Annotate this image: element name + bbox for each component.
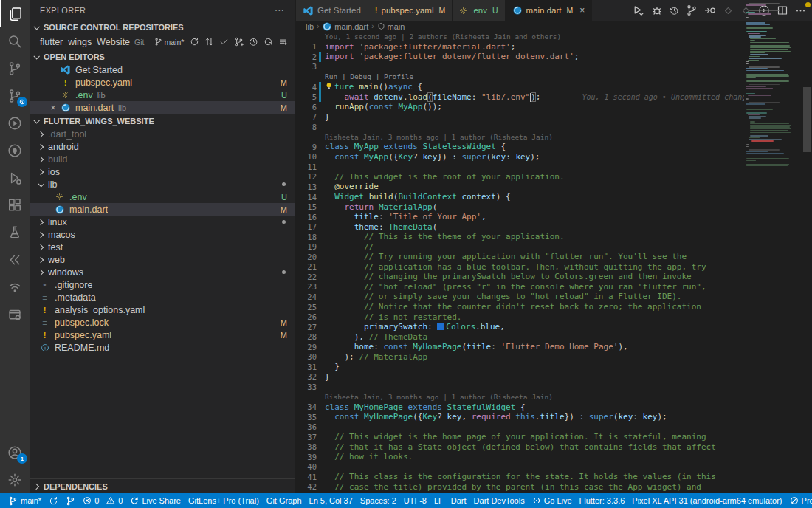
tab--env[interactable]: .envU	[453, 0, 505, 21]
status-device-selector[interactable]: Pixel XL API 31 (android-arm64 emulator)	[628, 493, 785, 508]
tree-item-analysis-options-yaml[interactable]: !analysis_options.yaml	[30, 303, 295, 316]
history-icon[interactable]	[670, 6, 679, 16]
run-dropdown-icon[interactable]	[632, 4, 644, 17]
activity-run-and-debug-icon[interactable]	[0, 109, 30, 137]
repo-actions	[190, 36, 295, 47]
tree-item--gitignore[interactable]: ●.gitignore	[30, 278, 295, 291]
modified-dot	[282, 182, 286, 186]
sidebar-title-row: EXPLORER ⋯	[30, 0, 295, 20]
close-icon[interactable]: ×	[579, 5, 585, 16]
code-line-35: 35 const MyHomePage({Key? key, required …	[296, 412, 744, 422]
tree-item-build[interactable]: build	[30, 153, 295, 165]
status-warnings[interactable]: 0	[103, 493, 126, 508]
tree-item-web[interactable]: web	[30, 253, 295, 266]
open-editor-pubspec-yaml[interactable]: !pubspec.yamlM	[30, 76, 295, 89]
sync-icon[interactable]	[190, 37, 199, 47]
open-editor-main-dart[interactable]: ×main.dartlibM	[30, 101, 295, 114]
tree-item-ios[interactable]: ios	[30, 165, 295, 178]
tab-git-badge: M	[438, 6, 445, 15]
activity-project-manager-icon[interactable]	[0, 301, 30, 328]
scrollbar-thumb[interactable]	[803, 87, 811, 152]
line-number: 26	[296, 312, 317, 321]
close-icon[interactable]: ×	[47, 103, 59, 113]
activity-explorer-icon[interactable]	[0, 0, 30, 27]
refresh-icon[interactable]	[264, 37, 273, 47]
status-gitlens-compare[interactable]	[62, 493, 79, 508]
status-errors[interactable]: 0	[79, 493, 103, 508]
tree-item-main-dart[interactable]: main.dartM	[30, 203, 295, 216]
repo-branch[interactable]: main*	[154, 38, 184, 47]
tree-item-android[interactable]: android	[30, 140, 295, 153]
activity-settings-icon[interactable]	[0, 466, 30, 493]
section-source-control-repositories[interactable]: SOURCE CONTROL REPOSITORIES	[30, 20, 295, 34]
branch-plus-icon[interactable]	[234, 37, 244, 47]
chevron-down-icon	[38, 181, 44, 187]
tree-item-linux[interactable]: linux	[30, 216, 295, 228]
status-branch-indicator[interactable]: main*	[4, 493, 45, 508]
more-icon[interactable]	[293, 36, 295, 47]
scrollbar[interactable]	[802, 0, 812, 493]
sidebar-more-actions-icon[interactable]: ⋯	[275, 4, 284, 16]
status-flutter-version[interactable]: Flutter: 3.3.6	[576, 493, 629, 508]
activity-github-icon[interactable]	[0, 137, 30, 164]
open-changes-icon[interactable]	[704, 4, 716, 16]
activity-test-flask-icon[interactable]	[0, 219, 30, 246]
stash-icon[interactable]	[278, 37, 288, 47]
breadcrumb-lib[interactable]: lib	[306, 22, 314, 31]
tab-main-dart[interactable]: main.dartM×	[506, 0, 593, 21]
history-icon[interactable]	[249, 37, 258, 47]
tree-item-pubspec-lock[interactable]: ≡pubspec.lockM	[30, 316, 295, 329]
activity-search-icon[interactable]	[0, 27, 30, 55]
tree-item-pubspec-yaml[interactable]: !pubspec.yamlM	[30, 329, 295, 341]
tree-item-windows[interactable]: windows	[30, 266, 295, 278]
compare-icon[interactable]	[204, 37, 214, 47]
codelens-run-debug-profile[interactable]: Run | Debug | Profile	[321, 72, 413, 80]
status-language-mode[interactable]: Dart	[447, 493, 470, 508]
status-go-live[interactable]: Go Live	[529, 493, 576, 508]
code-line-14: 14 Widget build(BuildContext context) {	[296, 192, 744, 202]
activity-accounts-icon[interactable]: 1	[0, 439, 30, 466]
status-live-share[interactable]: Live Share	[126, 493, 185, 508]
status-encoding[interactable]: UTF-8	[400, 493, 430, 508]
open-editor--env[interactable]: .envlibU	[30, 89, 295, 101]
tree-item-readme-md[interactable]: README.md	[30, 341, 295, 354]
code-editor[interactable]: You, 1 second ago | 2 authors (Risheeta …	[296, 32, 744, 493]
open-editor-get-started[interactable]: Get Started	[30, 64, 295, 76]
status-prettier[interactable]: Prettier	[786, 493, 812, 508]
tree-item-test[interactable]: test	[30, 241, 295, 253]
activity-flutter-snippets-icon[interactable]	[0, 246, 30, 273]
check-icon[interactable]	[219, 37, 229, 47]
activity-gitlens-icon[interactable]	[0, 82, 30, 109]
activity-testing-icon[interactable]	[0, 164, 30, 191]
section-dependencies[interactable]: DEPENDENCIES	[30, 478, 295, 493]
activity-dart-devtools-icon[interactable]	[0, 273, 30, 301]
chevron-right-icon	[38, 256, 44, 262]
breadcrumb-main[interactable]: main	[377, 22, 405, 31]
status-eol[interactable]: LF	[430, 493, 447, 508]
breadcrumb-main-dart[interactable]: main.dart	[322, 21, 368, 32]
status-gitlens-pro[interactable]: GitLens+ Pro (Trial)	[185, 493, 263, 508]
minimap[interactable]	[746, 3, 802, 493]
tree-item--dart-tool[interactable]: .dart_tool	[30, 128, 295, 140]
pull-request-icon[interactable]	[686, 4, 698, 16]
status-dart-devtools[interactable]: Dart DevTools	[470, 493, 529, 508]
activity-extensions-icon[interactable]	[0, 191, 30, 219]
tree-item-lib[interactable]: lib	[30, 178, 295, 190]
editor-desc: lib	[97, 91, 106, 100]
tab-pubspec-yaml[interactable]: !pubspec.yamlM	[368, 0, 453, 21]
status-sync[interactable]	[45, 493, 62, 508]
status-git-graph[interactable]: Git Graph	[263, 493, 306, 508]
status-cursor-position[interactable]: Ln 5, Col 37	[306, 493, 357, 508]
debug-icon[interactable]	[651, 4, 663, 16]
tree-item--metadata[interactable]: ≡.metadata	[30, 291, 295, 303]
activity-source-control-icon[interactable]	[0, 55, 30, 82]
repository-row[interactable]: flutter_wings_Website Git main* 6	[30, 34, 295, 49]
chevron-right-icon	[38, 219, 44, 224]
section-open-editors[interactable]: OPEN EDITORS	[30, 49, 295, 64]
status-indentation[interactable]: Spaces: 2	[357, 493, 400, 508]
section-workspace-root[interactable]: FLUTTER_WINGS_WEBSITE	[30, 114, 295, 128]
lightbulb-icon[interactable]	[325, 82, 334, 90]
tab-get-started[interactable]: Get Started	[296, 0, 368, 21]
tree-item--env[interactable]: .envU	[30, 190, 295, 203]
tree-item-macos[interactable]: macos	[30, 228, 295, 241]
